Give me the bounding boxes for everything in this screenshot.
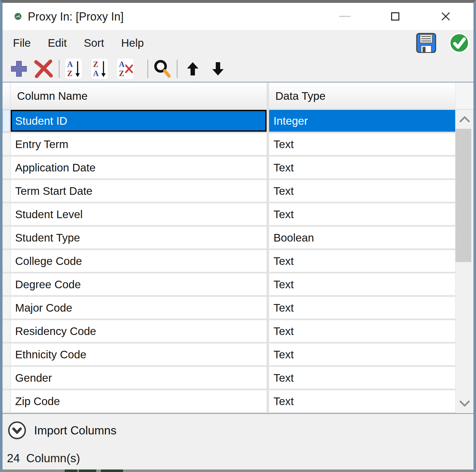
table-row[interactable]: Student ID Integer xyxy=(3,110,455,132)
move-up-button[interactable] xyxy=(186,62,199,76)
table-row[interactable]: Ethnicity Code Text xyxy=(3,344,455,365)
window-title: Proxy In: [Proxy In] xyxy=(28,3,124,30)
menu-sort[interactable]: Sort xyxy=(84,37,104,49)
menu-file[interactable]: File xyxy=(13,37,31,49)
data-type-cell[interactable]: Text xyxy=(269,203,455,225)
up-arrow-icon xyxy=(186,62,199,76)
table-row[interactable]: Student Level Text xyxy=(3,203,455,225)
data-type-cell[interactable]: Text xyxy=(269,273,455,295)
import-columns-expander[interactable] xyxy=(8,421,26,440)
sort-ascending-button[interactable]: A Z xyxy=(65,58,82,80)
add-column-button[interactable] xyxy=(10,60,28,78)
scroll-down-button[interactable] xyxy=(455,394,473,413)
data-type-cell[interactable]: Text xyxy=(269,367,455,389)
table-row[interactable]: Zip Code Text xyxy=(3,390,455,412)
app-window: Proxy In: [Proxy In] File Edit Sort Help xyxy=(0,0,476,472)
row-selector[interactable] xyxy=(3,157,10,178)
column-name-cell[interactable]: Entry Term xyxy=(11,133,267,155)
row-selector[interactable] xyxy=(3,367,10,389)
table-row[interactable]: Student Type Boolean xyxy=(3,227,455,248)
column-name-cell[interactable]: Major Code xyxy=(11,297,267,319)
column-name-cell[interactable]: Term Start Date xyxy=(11,180,267,202)
save-button[interactable] xyxy=(416,33,437,53)
column-name-cell[interactable]: Student ID xyxy=(11,110,267,132)
plus-icon xyxy=(10,60,28,78)
desktop-fragment xyxy=(101,469,123,472)
scrollbar-thumb[interactable] xyxy=(455,129,471,262)
maximize-button[interactable] xyxy=(381,3,409,30)
data-type-cell[interactable]: Boolean xyxy=(269,227,455,248)
close-icon xyxy=(441,11,451,21)
data-type-cell[interactable]: Integer xyxy=(269,110,455,132)
column-name-cell[interactable]: College Code xyxy=(11,250,267,272)
row-selector[interactable] xyxy=(3,203,10,225)
row-selector[interactable] xyxy=(3,390,10,412)
column-name-header[interactable]: Column Name xyxy=(11,83,267,109)
row-selector[interactable] xyxy=(3,227,10,248)
move-down-button[interactable] xyxy=(212,62,224,76)
table-row[interactable]: Major Code Text xyxy=(3,297,455,319)
row-selector[interactable] xyxy=(3,320,10,342)
row-selector[interactable] xyxy=(3,133,10,155)
columns-grid: Column Name Data Type Student ID Integer… xyxy=(3,82,473,414)
toolbar-separator xyxy=(177,60,178,78)
sort-descending-button[interactable]: Z A xyxy=(91,58,108,80)
scroll-up-button[interactable] xyxy=(455,110,473,129)
sort-za-icon-a: A xyxy=(93,69,99,77)
search-button[interactable] xyxy=(153,59,172,78)
column-name-cell[interactable]: Student Type xyxy=(11,227,267,248)
row-selector[interactable] xyxy=(3,344,10,365)
data-type-cell[interactable]: Text xyxy=(269,250,455,272)
row-selector[interactable] xyxy=(3,273,10,295)
check-circle-icon xyxy=(449,33,470,53)
row-selector[interactable] xyxy=(3,297,10,319)
sort-az-icon-z: Z xyxy=(67,69,73,77)
data-type-cell[interactable]: Text xyxy=(269,320,455,342)
table-row[interactable]: Entry Term Text xyxy=(3,133,455,155)
table-row[interactable]: Residency Code Text xyxy=(3,320,455,342)
table-row[interactable]: Degree Code Text xyxy=(3,273,455,295)
data-type-cell[interactable]: Text xyxy=(269,297,455,319)
down-arrow-icon xyxy=(212,62,224,76)
menu-help[interactable]: Help xyxy=(121,37,144,49)
row-selector[interactable] xyxy=(3,180,10,202)
table-row[interactable]: College Code Text xyxy=(3,250,455,272)
data-type-cell[interactable]: Text xyxy=(269,133,455,155)
data-type-cell[interactable]: Text xyxy=(269,157,455,178)
vertical-scrollbar[interactable] xyxy=(455,110,473,413)
toolbar: A Z Z A A Z xyxy=(3,56,473,82)
close-button[interactable] xyxy=(432,3,460,30)
column-name-cell[interactable]: Application Date xyxy=(11,157,267,178)
table-row[interactable]: Application Date Text xyxy=(3,157,455,178)
sort-za-icon: Z xyxy=(93,60,98,68)
data-type-header[interactable]: Data Type xyxy=(269,83,455,109)
column-name-cell[interactable]: Zip Code xyxy=(11,390,267,412)
column-name-cell[interactable]: Ethnicity Code xyxy=(11,344,267,365)
data-type-cell[interactable]: Text xyxy=(269,180,455,202)
data-type-cell[interactable]: Text xyxy=(269,344,455,365)
sort-az-icon: A xyxy=(67,60,73,68)
maximize-icon xyxy=(391,12,399,21)
apply-button[interactable] xyxy=(449,33,470,53)
column-name-cell[interactable]: Student Level xyxy=(11,203,267,225)
column-name-cell[interactable]: Residency Code xyxy=(11,320,267,342)
clear-sort-icon-z: Z xyxy=(119,69,124,77)
column-name-cell[interactable]: Degree Code xyxy=(11,273,267,295)
desktop-fragment xyxy=(79,469,96,472)
app-icon xyxy=(14,13,22,20)
menu-edit[interactable]: Edit xyxy=(48,37,67,49)
data-type-cell[interactable]: Text xyxy=(269,390,455,412)
minimize-button[interactable] xyxy=(331,3,359,30)
import-columns-label[interactable]: Import Columns xyxy=(34,414,116,447)
row-selector[interactable] xyxy=(3,250,10,272)
header-gutter xyxy=(3,83,10,109)
minimize-icon xyxy=(339,16,350,17)
column-name-cell[interactable]: Gender xyxy=(11,367,267,389)
chevron-down-icon xyxy=(458,400,471,407)
clear-sort-button[interactable]: A Z xyxy=(116,58,134,80)
grid-header: Column Name Data Type xyxy=(3,83,473,109)
table-row[interactable]: Gender Text xyxy=(3,367,455,389)
row-selector[interactable] xyxy=(3,110,10,132)
delete-column-button[interactable] xyxy=(33,59,54,78)
table-row[interactable]: Term Start Date Text xyxy=(3,180,455,202)
